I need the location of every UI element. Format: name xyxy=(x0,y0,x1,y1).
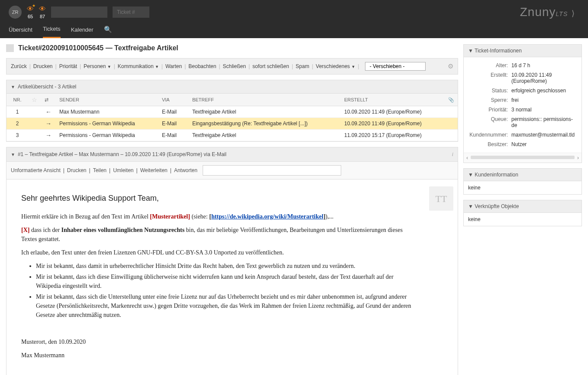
info-row: Kundennummer:maxmuster@mustermail.tld xyxy=(468,130,577,140)
action-print[interactable]: Drucken xyxy=(33,63,53,69)
move-select[interactable] xyxy=(365,62,426,71)
action-close[interactable]: Schließen xyxy=(223,63,246,69)
action-redirect[interactable]: Umleiten xyxy=(113,167,133,173)
chevron-down-icon: ▼ xyxy=(107,65,111,69)
reply-input[interactable] xyxy=(203,165,341,176)
chevron-down-icon: ▼ xyxy=(351,65,355,69)
chevron-left-icon[interactable]: ‹ xyxy=(466,155,468,161)
bullet-list: Mir ist bekannt, dass damit in urheberre… xyxy=(36,261,414,320)
col-nr[interactable]: NR. xyxy=(6,94,28,106)
info-row: Besitzer:Nutzer xyxy=(468,140,577,149)
article-name: [Musterartikel] xyxy=(150,213,190,220)
user-avatar[interactable]: ZR xyxy=(9,6,22,19)
action-print[interactable]: Drucken xyxy=(67,167,87,173)
watched-badge-2[interactable]: 👁 87 xyxy=(39,5,46,19)
action-people[interactable]: Personen ▼ xyxy=(84,63,111,69)
wiki-link[interactable]: https://de.wikipedia.org/wiki/Musterarti… xyxy=(211,213,323,220)
action-wait[interactable]: Warten xyxy=(165,63,182,69)
ticket-title: Ticket#2020091010005645 — Textfreigabe A… xyxy=(18,44,178,52)
action-split[interactable]: Teilen xyxy=(93,167,107,173)
table-row[interactable]: 3→Permissions - German WikipediaE-MailTe… xyxy=(6,130,458,141)
ticket-number-input[interactable] xyxy=(113,7,149,18)
ticket-info-panel: ▼ Ticket-Informationen Alter:16 d 7 hErs… xyxy=(463,44,582,163)
table-row[interactable]: 1←Max MustermannE-MailTextfreigabe Artik… xyxy=(6,106,458,118)
action-watch[interactable]: Beobachten xyxy=(188,63,216,69)
direction-icon: → xyxy=(45,120,52,127)
action-priority[interactable]: Priorität xyxy=(59,63,77,69)
table-row[interactable]: 2→Permissions - German WikipediaE-MailEi… xyxy=(6,118,458,130)
info-row: Status:erfolgreich geschlossen xyxy=(468,86,577,95)
action-reply[interactable]: Antworten xyxy=(174,167,197,173)
customer-info-header[interactable]: ▼ Kundeninformation xyxy=(464,169,582,181)
direction-icon: → xyxy=(45,132,52,139)
linked-objects-header[interactable]: ▼ Verknüpfte Objekte xyxy=(464,200,582,213)
nav-overview[interactable]: Übersicht xyxy=(9,22,32,38)
info-row: Priorität:3 normal xyxy=(468,105,577,114)
eye-icon: 👁★ xyxy=(27,5,34,13)
eye-icon: 👁 xyxy=(39,5,46,13)
greeting: Sehr geehrtes Wikipedia Support Team, xyxy=(21,192,414,204)
action-plain-view[interactable]: Unformatierte Ansicht xyxy=(11,167,61,173)
top-header: ZR 👁★ 65 👁 87 ZnunyLTS ⟩ xyxy=(0,0,588,21)
action-back[interactable]: Zurück xyxy=(11,63,27,69)
sender-avatar: TT xyxy=(429,186,453,211)
main-nav: Übersicht Tickets Kalender 🔍 xyxy=(0,21,588,38)
nav-tickets[interactable]: Tickets xyxy=(43,21,61,38)
action-forward[interactable]: Weiterleiten xyxy=(140,167,168,173)
star-icon: ★ xyxy=(32,3,36,8)
info-row: Erstellt:10.09.2020 11:49 (Europe/Rome) xyxy=(468,70,577,86)
action-spam[interactable]: Spam xyxy=(296,63,309,69)
logo: ZnunyLTS ⟩ xyxy=(520,5,575,19)
article-body: Sehr geehrtes Wikipedia Support Team, Hi… xyxy=(11,186,424,366)
attachment-icon: 📎 xyxy=(448,97,454,102)
place-date: Musterort, den 10.09.2020 xyxy=(21,337,414,346)
list-item: Mir ist bekannt, dass ich diese Einwilli… xyxy=(36,272,414,290)
direction-icon: ← xyxy=(45,108,52,115)
ticket-info-header[interactable]: ▼ Ticket-Informationen xyxy=(464,45,582,57)
list-item: Mir ist bekannt, dass sich die Unterstel… xyxy=(36,292,414,320)
action-misc[interactable]: Verschiedenes ▼ xyxy=(316,63,355,69)
article-detail-header[interactable]: ▼ #1 – Textfreigabe Artikel – Max Muster… xyxy=(6,147,458,162)
gear-icon[interactable]: ⚙ xyxy=(448,62,453,70)
chevron-right-icon[interactable]: › xyxy=(577,155,579,161)
col-sender[interactable]: SENDER xyxy=(56,94,158,106)
chevron-down-icon: ▼ xyxy=(11,152,15,157)
watched-badge-1[interactable]: 👁★ 65 xyxy=(27,5,34,19)
search-input[interactable] xyxy=(51,7,107,18)
action-communication[interactable]: Kommunikation ▼ xyxy=(118,63,159,69)
article-detail-panel: ▼ #1 – Textfreigabe Artikel – Max Muster… xyxy=(6,147,458,375)
chevron-down-icon: ▼ xyxy=(11,85,15,89)
star-icon: ☆ xyxy=(32,96,37,103)
flag-icon[interactable] xyxy=(6,44,14,52)
customer-info-panel: ▼ Kundeninformation keine xyxy=(463,168,582,195)
action-bar: Zurück| Drucken| Priorität| Personen ▼| … xyxy=(6,58,458,75)
linked-objects-panel: ▼ Verknüpfte Objekte keine xyxy=(463,200,582,226)
article-sub-actions: Unformatierte Ansicht| Drucken| Teilen| … xyxy=(6,162,458,179)
col-star[interactable]: ☆ xyxy=(28,94,41,106)
info-row: Queue:permissions:: permissions-de xyxy=(468,114,577,130)
signature-name: Max Mustermann xyxy=(21,351,414,360)
col-created[interactable]: ERSTELLT xyxy=(341,94,445,106)
col-attach[interactable]: 📎 xyxy=(445,94,458,106)
article-overview-panel: ▼ Artikelübersicht - 3 Artikel NR. ☆ ⇄ S… xyxy=(6,80,458,142)
chevron-down-icon: ▼ xyxy=(468,48,473,54)
col-direction[interactable]: ⇄ xyxy=(41,94,56,106)
search-icon[interactable]: 🔍 xyxy=(104,26,112,33)
col-via[interactable]: VIA xyxy=(158,94,189,106)
linked-objects-value: keine xyxy=(464,213,582,226)
article-overview-header[interactable]: ▼ Artikelübersicht - 3 Artikel xyxy=(6,80,458,94)
badge-count: 65 xyxy=(28,14,33,19)
horizontal-scroll[interactable]: ‹ › xyxy=(464,153,582,163)
chevron-down-icon: ▼ xyxy=(468,203,473,209)
info-icon[interactable]: i xyxy=(452,151,453,158)
badge-count: 87 xyxy=(40,14,45,19)
article-table: NR. ☆ ⇄ SENDER VIA BETREFF ERSTELLT 📎 1←… xyxy=(6,94,458,141)
info-row: Alter:16 d 7 h xyxy=(468,61,577,70)
customer-info-value: keine xyxy=(464,181,582,194)
chevron-down-icon: ▼ xyxy=(468,172,473,178)
action-close-now[interactable]: sofort schließen xyxy=(252,63,289,69)
nav-calendar[interactable]: Kalender xyxy=(71,22,94,38)
col-subject[interactable]: BETREFF xyxy=(189,94,341,106)
chevron-down-icon: ▼ xyxy=(155,65,159,69)
list-item: Mir ist bekannt, dass damit in urheberre… xyxy=(36,261,414,271)
